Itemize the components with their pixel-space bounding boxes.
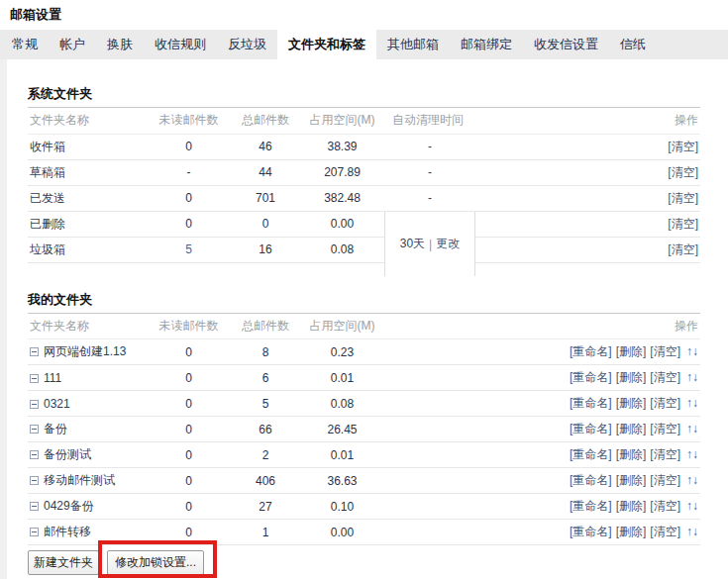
tab-mailbox-binding[interactable]: 邮箱绑定 — [450, 30, 523, 59]
total-count: 44 — [231, 159, 300, 185]
collapse-icon[interactable] — [30, 528, 39, 536]
delete-link[interactable]: [删除] — [616, 370, 647, 384]
clear-link[interactable]: [清空] — [650, 370, 680, 384]
rename-link[interactable]: [重命名] — [570, 396, 612, 410]
delete-link[interactable]: [删除] — [616, 473, 647, 487]
folder-name: 垃圾箱 — [28, 237, 147, 262]
unread-count: 0 — [147, 339, 231, 365]
tab-other-mailbox[interactable]: 其他邮箱 — [376, 30, 450, 59]
unread-count: 0 — [147, 417, 231, 442]
move-down-arrow[interactable]: ↓ — [692, 499, 698, 513]
delete-link[interactable]: [删除] — [616, 422, 647, 435]
my-folder-row: 0321 0 5 0.08 [重命名][删除][清空]↑↓ — [28, 391, 700, 417]
tab-folders-and-labels[interactable]: 文件夹和标签 — [277, 30, 376, 59]
rename-link[interactable]: [重命名] — [570, 525, 612, 538]
delete-link[interactable]: [删除] — [616, 396, 647, 410]
tab-general[interactable]: 常规 — [1, 30, 49, 59]
unread-count: 0 — [147, 391, 231, 417]
collapse-icon[interactable] — [30, 400, 39, 409]
page-title: 邮箱设置 — [10, 8, 728, 22]
autoclean-value: - — [384, 134, 475, 159]
clear-link[interactable]: [清空] — [650, 473, 680, 487]
folder-name: 备份 — [44, 422, 67, 435]
col-header-total: 总邮件数 — [231, 314, 300, 339]
autoclean-value: - — [384, 159, 475, 185]
modify-lock-settings-button[interactable]: 修改加锁设置... — [107, 550, 204, 575]
clear-link[interactable]: [清空] — [650, 344, 680, 358]
clear-link[interactable]: [清空] — [668, 217, 698, 231]
tab-stationery[interactable]: 信纸 — [609, 30, 657, 59]
collapse-icon[interactable] — [30, 374, 39, 383]
unread-count: 0 — [147, 520, 231, 545]
rename-link[interactable]: [重命名] — [570, 422, 612, 435]
clear-link[interactable]: [清空] — [650, 499, 680, 513]
my-folder-row: 备份测试 0 2 0.01 [重命名][删除][清空]↑↓ — [28, 442, 700, 468]
left-edge-strip — [0, 59, 7, 579]
clear-link[interactable]: [清空] — [668, 191, 698, 205]
total-count: 66 — [231, 417, 300, 442]
col-header-actions: 操作 — [384, 314, 700, 339]
my-table-header-row: 文件夹名称 未读邮件数 总邮件数 占用空间(M) 操作 — [28, 314, 700, 339]
new-folder-button[interactable]: 新建文件夹 — [28, 550, 99, 575]
col-header-space: 占用空间(M) — [300, 108, 384, 134]
folder-name: 草稿箱 — [28, 159, 147, 185]
unread-count[interactable]: 5 — [147, 237, 231, 262]
collapse-icon[interactable] — [30, 347, 39, 356]
tab-receive-rules[interactable]: 收信规则 — [144, 30, 217, 59]
folder-name: 备份测试 — [44, 447, 91, 461]
clear-link[interactable]: [清空] — [650, 525, 680, 538]
unread-count: 0 — [147, 211, 231, 237]
move-down-arrow[interactable]: ↓ — [692, 344, 698, 358]
move-down-arrow[interactable]: ↓ — [692, 422, 698, 435]
clear-link[interactable]: [清空] — [668, 140, 698, 153]
space-used: 0.23 — [300, 339, 384, 365]
space-used: 0.00 — [300, 520, 384, 545]
system-folders-table: 文件夹名称 未读邮件数 总邮件数 占用空间(M) 自动清理时间 操作 收件箱 0… — [28, 108, 700, 263]
space-used: 36.63 — [300, 468, 384, 494]
delete-link[interactable]: [删除] — [616, 499, 647, 513]
rename-link[interactable]: [重命名] — [570, 370, 612, 384]
total-count: 406 — [231, 468, 300, 494]
rename-link[interactable]: [重命名] — [570, 499, 612, 513]
collapse-icon[interactable] — [30, 476, 39, 485]
system-folders-table-wrap: 文件夹名称 未读邮件数 总邮件数 占用空间(M) 自动清理时间 操作 收件箱 0… — [28, 108, 700, 263]
autoclean-change-link[interactable]: 更改 — [436, 236, 460, 252]
clear-link[interactable]: [清空] — [650, 422, 680, 435]
delete-link[interactable]: [删除] — [616, 344, 647, 358]
collapse-icon[interactable] — [30, 502, 39, 511]
tab-skin[interactable]: 换肤 — [96, 30, 144, 59]
folder-name: 收件箱 — [28, 134, 147, 159]
total-count: 46 — [231, 134, 300, 159]
rename-link[interactable]: [重命名] — [570, 447, 612, 461]
autoclean-value: - — [384, 185, 475, 211]
total-count: 6 — [231, 365, 300, 391]
clear-link[interactable]: [清空] — [650, 396, 680, 410]
tab-send-receive-settings[interactable]: 收发信设置 — [523, 30, 609, 59]
clear-link[interactable]: [清空] — [650, 447, 680, 461]
col-header-autoclean: 自动清理时间 — [384, 108, 475, 134]
move-down-arrow[interactable]: ↓ — [692, 525, 698, 538]
move-down-arrow[interactable]: ↓ — [692, 396, 698, 410]
clear-link[interactable]: [清空] — [668, 165, 698, 179]
clear-link[interactable]: [清空] — [668, 242, 698, 256]
space-used: 38.39 — [300, 134, 384, 159]
move-down-arrow[interactable]: ↓ — [692, 370, 698, 384]
folder-name: 111 — [44, 371, 61, 385]
my-folder-row: 邮件转移 0 1 0.00 [重命名][删除][清空]↑↓ — [28, 520, 700, 545]
delete-link[interactable]: [删除] — [616, 447, 647, 461]
tab-antispam[interactable]: 反垃圾 — [217, 30, 277, 59]
rename-link[interactable]: [重命名] — [570, 344, 612, 358]
my-folder-row: 备份 0 66 26.45 [重命名][删除][清空]↑↓ — [28, 417, 700, 442]
autoclean-merged-cell: 30天 | 更改 — [384, 212, 475, 276]
collapse-icon[interactable] — [30, 450, 39, 459]
delete-link[interactable]: [删除] — [616, 525, 647, 538]
move-down-arrow[interactable]: ↓ — [692, 447, 698, 461]
move-down-arrow[interactable]: ↓ — [692, 473, 698, 487]
total-count: 2 — [231, 442, 300, 468]
collapse-icon[interactable] — [30, 425, 39, 434]
autoclean-separator: | — [429, 238, 432, 251]
system-folders-title: 系统文件夹 — [28, 86, 700, 108]
tab-account[interactable]: 帐户 — [49, 30, 96, 59]
total-count: 701 — [231, 185, 300, 211]
rename-link[interactable]: [重命名] — [570, 473, 612, 487]
